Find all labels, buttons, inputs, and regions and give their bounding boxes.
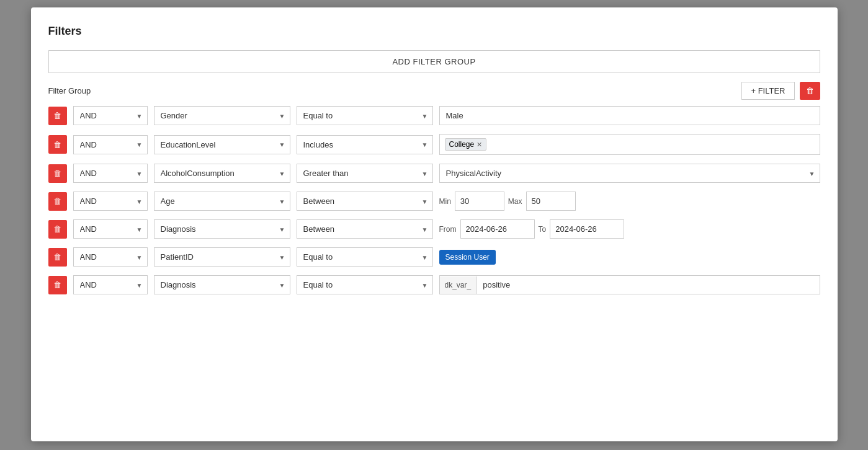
field-select[interactable]: GenderEducationLevelAlcoholConsumptionAg… — [154, 192, 290, 211]
value-column: From To — [439, 219, 820, 239]
dk-var-input[interactable] — [477, 276, 819, 294]
delete-row-button[interactable]: 🗑 — [48, 248, 67, 267]
min-label: Min — [439, 197, 451, 206]
operator-select[interactable]: Equal toIncludesGreater thanBetweenLess … — [297, 106, 433, 125]
delete-row-button[interactable]: 🗑 — [48, 276, 67, 294]
filter-rows-container: 🗑ANDORGenderEducationLevelAlcoholConsump… — [48, 106, 820, 294]
field-select[interactable]: GenderEducationLevelAlcoholConsumptionAg… — [154, 247, 290, 267]
trash-icon: 🗑 — [53, 169, 61, 178]
delete-group-button[interactable]: 🗑 — [800, 82, 820, 100]
table-row: 🗑ANDORGenderEducationLevelAlcoholConsump… — [48, 275, 820, 294]
min-input[interactable] — [455, 192, 504, 211]
value-dropdown[interactable]: PhysicalActivityAlcoholConsumptionAge — [439, 164, 820, 183]
from-date-input[interactable] — [460, 219, 535, 239]
tag-input-wrapper[interactable]: College✕ — [439, 134, 820, 155]
and-select[interactable]: ANDOR — [73, 247, 148, 267]
operator-select[interactable]: Equal toIncludesGreater thanBetweenLess … — [297, 164, 433, 183]
tag: College✕ — [445, 138, 487, 151]
field-select[interactable]: GenderEducationLevelAlcoholConsumptionAg… — [154, 275, 290, 294]
field-select[interactable]: GenderEducationLevelAlcoholConsumptionAg… — [154, 164, 290, 183]
and-select[interactable]: ANDOR — [73, 275, 148, 294]
and-select[interactable]: ANDOR — [73, 135, 148, 154]
and-select[interactable]: ANDOR — [73, 164, 148, 183]
value-column: Session User — [439, 252, 820, 262]
table-row: 🗑ANDORGenderEducationLevelAlcoholConsump… — [48, 134, 820, 155]
table-row: 🗑ANDORGenderEducationLevelAlcoholConsump… — [48, 192, 820, 211]
value-column: College✕ — [439, 134, 820, 155]
dk-var-wrapper: dk_var_ — [439, 275, 820, 294]
operator-select[interactable]: Equal toIncludesGreater thanBetweenLess … — [297, 135, 433, 154]
delete-row-button[interactable]: 🗑 — [48, 107, 67, 125]
date-between-wrapper: From To — [439, 219, 820, 239]
and-select[interactable]: ANDOR — [73, 106, 148, 125]
filters-modal: Filters ADD FILTER GROUP Filter Group + … — [31, 7, 838, 441]
delete-row-button[interactable]: 🗑 — [48, 192, 67, 211]
trash-icon: 🗑 — [806, 86, 814, 95]
table-row: 🗑ANDORGenderEducationLevelAlcoholConsump… — [48, 164, 820, 183]
and-select[interactable]: ANDOR — [73, 219, 148, 239]
trash-icon: 🗑 — [53, 224, 61, 234]
to-date-input[interactable] — [550, 219, 624, 239]
operator-select[interactable]: Equal toIncludesGreater thanBetweenLess … — [297, 247, 433, 267]
max-label: Max — [508, 197, 522, 206]
from-label: From — [439, 225, 457, 234]
filter-group-header: Filter Group + FILTER 🗑 — [48, 82, 820, 100]
trash-icon: 🗑 — [53, 140, 61, 149]
and-select[interactable]: ANDOR — [73, 192, 148, 211]
between-wrapper: Min Max — [439, 192, 820, 211]
add-filter-button[interactable]: + FILTER — [741, 82, 794, 100]
value-column — [439, 106, 820, 125]
max-input[interactable] — [526, 192, 576, 211]
tag-remove-button[interactable]: ✕ — [477, 141, 482, 148]
dk-var-prefix: dk_var_ — [440, 276, 477, 294]
trash-icon: 🗑 — [53, 111, 61, 120]
value-column: dk_var_ — [439, 275, 820, 294]
session-user-badge: Session User — [439, 250, 496, 265]
value-column: PhysicalActivityAlcoholConsumptionAge — [439, 164, 820, 183]
delete-row-button[interactable]: 🗑 — [48, 135, 67, 154]
trash-icon: 🗑 — [53, 280, 61, 289]
delete-row-button[interactable]: 🗑 — [48, 164, 67, 183]
field-select[interactable]: GenderEducationLevelAlcoholConsumptionAg… — [154, 106, 290, 125]
operator-select[interactable]: Equal toIncludesGreater thanBetweenLess … — [297, 192, 433, 211]
value-text-input[interactable] — [439, 106, 820, 125]
to-label: To — [539, 225, 547, 234]
field-select[interactable]: GenderEducationLevelAlcoholConsumptionAg… — [154, 219, 290, 239]
trash-icon: 🗑 — [53, 196, 61, 206]
trash-icon: 🗑 — [53, 252, 61, 262]
value-column: Min Max — [439, 192, 820, 211]
operator-select[interactable]: Equal toIncludesGreater thanBetweenLess … — [297, 219, 433, 239]
add-filter-group-button[interactable]: ADD FILTER GROUP — [48, 50, 820, 73]
filter-group-label: Filter Group — [48, 86, 91, 95]
tag-label: College — [449, 140, 475, 149]
delete-row-button[interactable]: 🗑 — [48, 220, 67, 239]
filter-header-right: + FILTER 🗑 — [741, 82, 820, 100]
operator-select[interactable]: Equal toIncludesGreater thanBetweenLess … — [297, 275, 433, 294]
field-select[interactable]: GenderEducationLevelAlcoholConsumptionAg… — [154, 135, 290, 154]
table-row: 🗑ANDORGenderEducationLevelAlcoholConsump… — [48, 106, 820, 125]
table-row: 🗑ANDORGenderEducationLevelAlcoholConsump… — [48, 247, 820, 267]
page-title: Filters — [48, 25, 820, 38]
table-row: 🗑ANDORGenderEducationLevelAlcoholConsump… — [48, 219, 820, 239]
